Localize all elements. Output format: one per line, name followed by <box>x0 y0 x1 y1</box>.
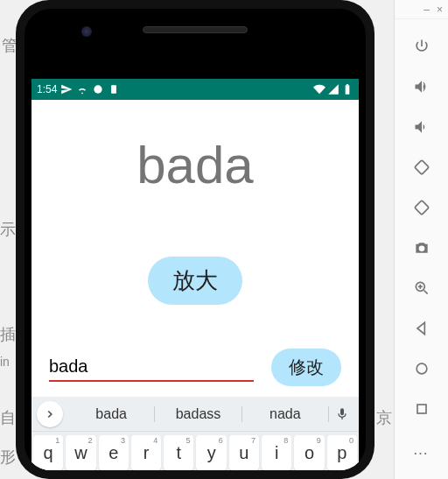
svg-point-10 <box>416 363 427 374</box>
modify-button[interactable]: 修改 <box>271 349 341 386</box>
suggestion-2[interactable]: badass <box>155 406 242 422</box>
doc-icon <box>108 83 120 95</box>
keyboard-row-1: q1 w2 e3 r4 t5 y6 u7 i8 o9 p0 <box>32 432 359 470</box>
bg-text: 自 <box>0 407 16 428</box>
key-y[interactable]: y6 <box>196 435 226 470</box>
bg-text: 京 <box>376 407 392 428</box>
key-i[interactable]: i8 <box>262 435 291 470</box>
power-icon[interactable] <box>412 37 431 56</box>
rotate-left-icon[interactable] <box>412 158 431 177</box>
suggestion-1[interactable]: bada <box>68 406 155 422</box>
zoom-in-icon[interactable] <box>412 278 431 298</box>
svg-point-0 <box>94 85 102 93</box>
suggestion-row: bada badass nada <box>32 397 359 432</box>
suggestion-3[interactable]: nada <box>242 406 329 422</box>
home-icon[interactable] <box>412 359 431 378</box>
key-u[interactable]: u7 <box>229 435 259 470</box>
svg-rect-11 <box>417 405 426 413</box>
mic-icon[interactable] <box>329 407 355 421</box>
status-time: 1:54 <box>37 83 57 95</box>
svg-rect-3 <box>346 84 348 85</box>
bg-text: in <box>0 355 10 369</box>
key-w[interactable]: w2 <box>66 435 95 470</box>
svg-rect-4 <box>414 160 428 174</box>
svg-rect-5 <box>414 201 428 215</box>
app-content: bada 放大 修改 <box>32 100 359 397</box>
status-left: 1:54 <box>37 83 120 95</box>
key-e[interactable]: e3 <box>99 435 129 470</box>
chevron-right-icon[interactable] <box>37 401 63 427</box>
volume-down-icon[interactable] <box>412 117 431 137</box>
screenshot-icon[interactable] <box>412 238 431 257</box>
svg-line-7 <box>424 291 427 294</box>
text-input-wrap <box>49 353 254 382</box>
phone-bezel: 1:54 <box>24 9 366 470</box>
back-icon[interactable] <box>412 319 431 338</box>
wifi-icon <box>313 83 326 95</box>
key-p[interactable]: p0 <box>327 435 357 470</box>
close-button[interactable]: × <box>437 4 443 16</box>
phone-screen: 1:54 <box>32 79 359 470</box>
svg-rect-2 <box>346 85 350 95</box>
text-input[interactable] <box>49 353 254 382</box>
rotate-right-icon[interactable] <box>412 198 431 217</box>
key-q[interactable]: q1 <box>33 435 63 470</box>
zoom-button[interactable]: 放大 <box>148 257 242 305</box>
bg-text: 形 <box>0 447 16 468</box>
svg-rect-1 <box>111 85 116 93</box>
bg-text: 插 <box>0 324 16 345</box>
phone-camera <box>81 26 92 37</box>
status-bar: 1:54 <box>32 79 359 100</box>
more-icon[interactable]: … <box>412 440 431 459</box>
keyboard: bada badass nada q1 w2 e3 r4 t5 y6 u7 i8 <box>32 397 359 470</box>
emulator-panel: – × … <box>394 0 448 479</box>
panel-header: – × <box>395 0 448 19</box>
input-row: 修改 <box>32 342 359 397</box>
panel-icons: … <box>395 19 448 479</box>
overview-icon[interactable] <box>412 399 431 419</box>
battery-icon <box>341 83 354 95</box>
paperplane-icon <box>60 83 73 95</box>
key-o[interactable]: o9 <box>294 435 324 470</box>
circle-icon <box>92 83 104 95</box>
status-right <box>313 83 354 95</box>
display-text: bada <box>136 135 253 195</box>
key-t[interactable]: t5 <box>164 435 193 470</box>
phone-frame: 1:54 <box>16 0 374 479</box>
key-r[interactable]: r4 <box>131 435 161 470</box>
signal-icon <box>327 83 340 95</box>
wifi-icon <box>76 83 88 95</box>
volume-up-icon[interactable] <box>412 77 431 96</box>
phone-speaker <box>143 26 248 33</box>
minimize-button[interactable]: – <box>424 4 430 16</box>
